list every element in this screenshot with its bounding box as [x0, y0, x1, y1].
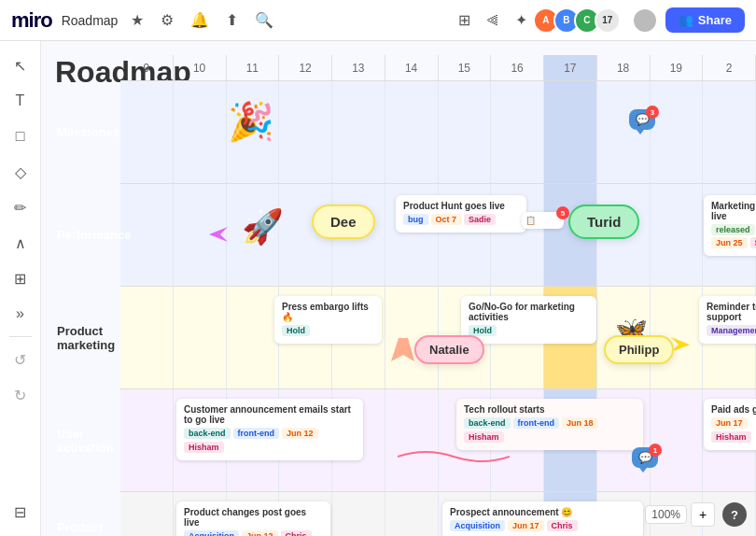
canvas: Roadmap 9 10 11 12 13 14 15 16 17 18 19 … — [41, 41, 756, 536]
col-18: 18 — [597, 55, 651, 80]
cell-m-17 — [544, 81, 597, 183]
card-marketing-pages[interactable]: Marketing pages go live released Oct 3 J… — [704, 195, 756, 256]
avatar-single — [632, 7, 658, 34]
col-9: 9 — [120, 55, 174, 80]
sticky-tool[interactable]: □ — [6, 121, 35, 151]
toolbar-separator — [9, 336, 32, 337]
name-philipp: Philipp — [604, 335, 674, 364]
rocket-illus: 🚀 — [242, 207, 284, 247]
cell-ua-14 — [385, 389, 439, 491]
zoom-value: 100% — [645, 505, 687, 524]
layout-icon[interactable]: ⊞ — [455, 7, 474, 33]
grid-container: 9 10 11 12 13 14 15 16 17 18 19 2 Milest… — [120, 55, 756, 536]
frame-tool[interactable]: ⊞ — [6, 263, 35, 293]
left-toolbar: ↖ T □ ◇ ✏ ∧ ⊞ » ↺ ↻ ⊟ — [0, 41, 41, 536]
shape-tool[interactable]: ◇ — [6, 157, 35, 187]
lane-label-product-marketing: Product marketing — [51, 287, 115, 388]
roadmap: Roadmap 9 10 11 12 13 14 15 16 17 18 19 … — [55, 55, 756, 536]
select-tool[interactable]: ↖ — [6, 50, 35, 80]
lane-user-activation: User activation Customer announcement em… — [120, 389, 756, 492]
col-19: 19 — [651, 55, 704, 80]
name-natalie: Natalie — [414, 335, 484, 364]
col-20: 2 — [703, 55, 756, 80]
comment-badge-ua: 1 — [649, 444, 662, 457]
cell-pi-14 — [385, 492, 439, 536]
redo-button[interactable]: ↻ — [6, 380, 35, 410]
squiggle-ua — [398, 447, 510, 470]
cell-ua-19 — [651, 389, 704, 491]
cell-pi-13 — [332, 492, 385, 536]
lane-product-marketing: Product marketing Press embargo lifts 🔥 — [120, 287, 756, 389]
comment-bubble-ua[interactable]: 💬 1 — [632, 447, 658, 468]
filter-icon[interactable]: ⫷ — [482, 8, 504, 33]
card-small-perf[interactable]: 📋 5 — [522, 212, 564, 229]
settings-icon[interactable]: ⚙ — [157, 7, 177, 33]
zoom-in-button[interactable]: + — [691, 502, 715, 527]
cell-pm-11 — [227, 287, 280, 388]
star-icon[interactable]: ★ — [127, 7, 147, 33]
card-product-changes[interactable]: Product changes post goes live Acquisiti… — [176, 501, 330, 536]
search-icon[interactable]: 🔍 — [251, 7, 277, 33]
line-tool[interactable]: ∧ — [6, 228, 35, 258]
comment-badge-3: 3 — [646, 106, 659, 119]
celebration-illus: 🎉 — [228, 100, 274, 144]
col-10: 10 — [174, 55, 227, 80]
card-prospect-announcement[interactable]: Prospect announcement 😊 Acquisition Jun … — [442, 501, 643, 536]
share-icon: 👥 — [679, 13, 693, 27]
cell-pm-10 — [174, 287, 227, 388]
lane-label-milestones: Milestones — [51, 81, 115, 183]
col-13: 13 — [332, 55, 385, 80]
cell-m-20 — [703, 81, 756, 183]
column-headers: 9 10 11 12 13 14 15 16 17 18 19 2 — [120, 55, 756, 81]
col-11: 11 — [227, 55, 280, 80]
cell-m-15 — [439, 81, 492, 183]
text-tool[interactable]: T — [6, 86, 35, 116]
card-tech-rollout[interactable]: Tech rollout starts back-end front-end J… — [456, 399, 643, 450]
name-dee: Dee — [312, 205, 375, 239]
more-tools[interactable]: » — [6, 299, 35, 329]
svg-marker-2 — [671, 337, 690, 352]
comment-bubble-milestones[interactable]: 💬 3 — [629, 109, 655, 130]
share-button[interactable]: 👥 Share — [665, 7, 745, 33]
col-14: 14 — [385, 55, 439, 80]
avatar-group: A B C 17 — [539, 7, 621, 34]
lane-label-product-integrations: Product Integrations — [51, 492, 115, 536]
card-reminder-sales[interactable]: Reminder to sales and support Management — [699, 296, 756, 344]
col-17: 17 — [544, 55, 597, 80]
pen-tool[interactable]: ✏ — [6, 192, 35, 222]
arrow-right-pm — [671, 333, 699, 360]
grid-view-toggle[interactable]: ⊟ — [6, 497, 35, 527]
card-customer-announcement[interactable]: Customer announcement emails start to go… — [176, 399, 363, 460]
card-press-embargo[interactable]: Press embargo lifts 🔥 Hold — [274, 296, 382, 344]
undo-button[interactable]: ↺ — [6, 345, 35, 374]
card-product-hunt[interactable]: Product Hunt goes live bug Oct 7 Sadie — [396, 195, 526, 233]
col-12: 12 — [279, 55, 332, 80]
lane-label-performance: Performance — [51, 184, 115, 286]
cursor-icon[interactable]: ✦ — [511, 7, 531, 33]
cell-m-19 — [651, 81, 704, 183]
cell-pm-9 — [120, 287, 174, 388]
name-turid: Turid — [568, 205, 639, 239]
lane-milestones: Milestones 🎉 💬 3 — [120, 81, 756, 184]
cell-m-10 — [174, 81, 227, 183]
card-badge-5: 5 — [556, 206, 569, 219]
svg-marker-1 — [391, 338, 414, 361]
cell-m-9 — [120, 81, 174, 183]
cell-m-16 — [491, 81, 544, 183]
board-title: Roadmap — [62, 13, 119, 28]
nav-right: ⊞ ⫷ ✦ A B C 17 👥 Share — [455, 7, 745, 34]
cell-p-9 — [120, 184, 174, 286]
help-button[interactable]: ? — [722, 502, 747, 527]
col-16: 16 — [491, 55, 544, 80]
cell-m-13 — [332, 81, 385, 183]
upload-icon[interactable]: ⬆ — [222, 7, 242, 33]
cell-pi-9 — [120, 492, 174, 536]
bell-icon[interactable]: 🔔 — [187, 7, 213, 33]
card-paid-ads[interactable]: Paid ads go live Jun 17 Hisham — [704, 399, 756, 450]
avatar-count: 17 — [595, 7, 621, 34]
svg-marker-0 — [209, 227, 228, 242]
col-15: 15 — [439, 55, 492, 80]
card-go-no-go[interactable]: Go/No-Go for marketing activities Hold — [461, 296, 596, 344]
miro-logo: miro — [11, 8, 52, 33]
cell-m-14 — [385, 81, 439, 183]
